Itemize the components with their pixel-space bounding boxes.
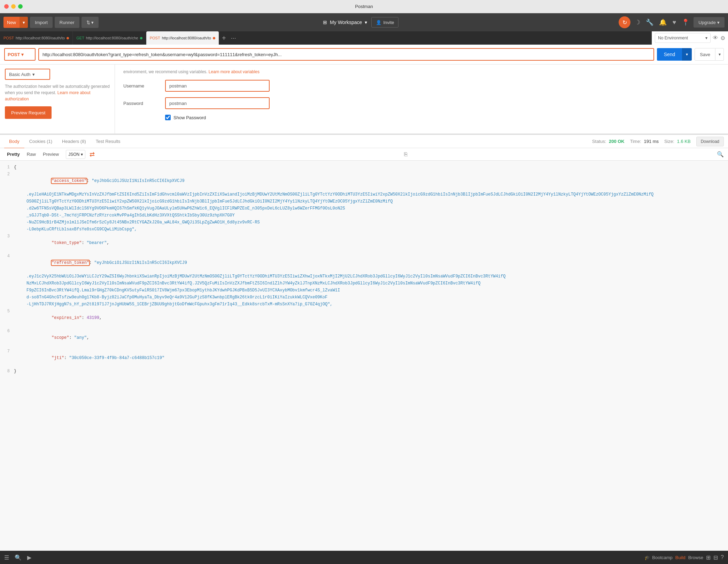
invite-button[interactable]: 👤 Invite: [371, 17, 398, 28]
save-dropdown-button[interactable]: ▾: [715, 48, 724, 61]
new-button[interactable]: New: [3, 17, 20, 28]
tab-dot-1: [67, 37, 69, 39]
preview-button[interactable]: Preview: [40, 150, 62, 158]
tab-get-1[interactable]: GET http://localhost:8080/oauth/che: [73, 31, 146, 45]
tab-dot-3: [213, 37, 215, 39]
layout-button[interactable]: ⊞: [706, 554, 711, 561]
tab-body[interactable]: Body: [4, 135, 24, 148]
tab-cookies[interactable]: Cookies (1): [24, 135, 57, 148]
pretty-button[interactable]: Pretty: [4, 150, 23, 158]
code-line-2f: -NuZC9HcB1rB4ZMjolml1JSeIfm6rSzCy8Jt45NB…: [0, 219, 728, 226]
chevron-down-icon: ▾: [32, 72, 35, 77]
auth-type-row: Basic Auth ▾: [5, 69, 110, 80]
code-line-4: 4 "refresh_token": "eyJhbGciOiJSUzI1NiIs…: [0, 253, 728, 273]
eye-button[interactable]: 👁: [713, 35, 718, 41]
password-label: Password: [123, 101, 165, 106]
moon-icon[interactable]: ☽: [633, 17, 642, 28]
upper-panel: Basic Auth ▾ The authorization header wi…: [0, 64, 728, 134]
url-input[interactable]: [38, 48, 654, 61]
heart-icon[interactable]: ♥: [671, 17, 677, 28]
code-content: 1 { 2 "access_token": "eyJhbGciOiJSUzI1N…: [0, 161, 728, 379]
format-bar: Pretty Raw Preview JSON ▾ ⇄ ⎘ 🔍: [0, 148, 728, 161]
copy-button[interactable]: ⎘: [404, 151, 408, 158]
json-format-select[interactable]: JSON ▾: [66, 150, 85, 159]
code-line-5: 5 "expires_in": 43199,: [0, 308, 728, 328]
sidebar-toggle-button[interactable]: ☰: [4, 554, 9, 561]
toolbar: New ▾ Import Runner ⇅ ▾ ⊞ My Workspace ▾…: [0, 13, 728, 31]
scope-value: "any": [74, 335, 87, 340]
code-line-2c: OS00ZjliLTg0YTctYzY0ODhiMTU3YzE5IiwiY2xp…: [0, 198, 728, 205]
tab-menu-button[interactable]: ···: [229, 31, 238, 45]
panel-button[interactable]: ⊟: [713, 554, 718, 561]
environment-select[interactable]: No Environment ▾: [655, 33, 711, 43]
upgrade-button[interactable]: Upgrade ▾: [694, 17, 725, 28]
tab-post-1[interactable]: POST http://localhost:8080/oauth/to: [0, 31, 73, 45]
access-token-value: "eyJhbGciOiJSUzI1NiIsInR5cCI6IkpXVCJ9: [92, 178, 184, 183]
close-button[interactable]: [4, 4, 9, 9]
browse-button[interactable]: Browse: [688, 555, 703, 560]
help-button[interactable]: ?: [721, 554, 724, 561]
tab-url-2: http://localhost:8080/oauth/che: [86, 36, 138, 40]
bootcamp-icon: 🎓: [644, 555, 650, 560]
tab-test-results[interactable]: Test Results: [91, 135, 125, 148]
show-password-label: Show Password: [173, 115, 206, 120]
sync-circle-button[interactable]: ↻: [619, 16, 630, 28]
password-input[interactable]: [165, 97, 270, 109]
tab-url-1: http://localhost:8080/oauth/to: [16, 36, 65, 40]
new-dropdown-arrow[interactable]: ▾: [20, 17, 28, 28]
raw-button[interactable]: Raw: [24, 150, 39, 158]
send-button[interactable]: Send: [657, 48, 682, 61]
save-button[interactable]: Save: [695, 48, 715, 61]
send-dropdown-button[interactable]: ▾: [682, 48, 692, 61]
code-line-8: 8 }: [0, 368, 728, 375]
jti-value: "30c050ce-33f9-4f9b-84a7-c6488b157c19": [69, 356, 164, 360]
chevron-down-icon: ▾: [365, 20, 367, 25]
code-line-2d: .d2w6TFNSsVQBap3LWlIdclS6Yg9VO6PkmHQI67h…: [0, 205, 728, 212]
username-input[interactable]: [165, 80, 270, 92]
user-plus-icon: 👤: [376, 20, 381, 25]
code-line-4e: d-so8TnG4GhcGTsfzw9euh0g17Kb8-Byjz82iJaC…: [0, 294, 728, 301]
build-button[interactable]: Build: [675, 555, 686, 560]
bottom-bar: ☰ 🔍 ▶ 🎓 Bootcamp Build Browse ⊞ ⊟ ?: [0, 551, 728, 564]
bell-icon[interactable]: 🔔: [658, 17, 668, 28]
code-line-4c: NzMxLCJhdXRob3JpdGllcyI6WyJ1c2VyIl0sImNs…: [0, 280, 728, 287]
import-button[interactable]: Import: [30, 17, 53, 28]
code-line-4b: .eyJ1c2VyX25hbWUiOiJ3eWYiLCJzY29wZSI6WyJ…: [0, 273, 728, 280]
grid-icon: ⊞: [323, 20, 327, 25]
app-title: Postman: [355, 4, 373, 9]
preview-request-button[interactable]: Preview Request: [5, 106, 52, 119]
download-button[interactable]: Download: [696, 137, 724, 146]
app-container: Postman New ▾ Import Runner ⇅ ▾ ⊞ My Wor…: [0, 0, 728, 564]
show-password-row: Show Password: [123, 115, 720, 120]
wrap-lines-button[interactable]: ⇄: [90, 151, 95, 158]
sync-button[interactable]: ⇅ ▾: [82, 17, 99, 28]
add-tab-button[interactable]: +: [219, 31, 229, 45]
jti-key: "jti": [52, 356, 64, 360]
minimize-button[interactable]: [11, 4, 16, 9]
show-password-checkbox[interactable]: [165, 115, 171, 120]
auth-type-select[interactable]: Basic Auth ▾: [5, 69, 50, 80]
username-label: Username: [123, 83, 165, 89]
runner-button[interactable]: Runner: [55, 17, 79, 28]
traffic-lights: [4, 4, 23, 9]
tab-headers[interactable]: Headers (8): [57, 135, 91, 148]
token-type-key: "token_type": [52, 241, 82, 245]
response-status: Status: 200 OK Time: 191 ms Size: 1.6 KB…: [592, 137, 724, 146]
code-line-4d: F9pZCI6InBvc3RtYW4ifQ.Lmal9rGHgZ70kCDngK…: [0, 287, 728, 294]
time-info: Time: 191 ms: [630, 139, 659, 144]
workspace-button[interactable]: ⊞ My Workspace ▾: [319, 17, 371, 27]
env-learn-link[interactable]: Learn more about variables: [209, 69, 260, 74]
tab-method-2: GET: [76, 36, 84, 40]
location-icon[interactable]: 📍: [680, 17, 691, 28]
new-button-group: New ▾: [3, 17, 28, 28]
fullscreen-button[interactable]: [18, 4, 23, 9]
wrench-icon[interactable]: 🔧: [644, 17, 655, 28]
chevron-down-icon: ▾: [705, 36, 707, 40]
tab-post-2-active[interactable]: POST http://localhost:8080/oauth/to: [146, 31, 219, 45]
search-bottom-button[interactable]: 🔍: [15, 554, 22, 561]
search-in-response-button[interactable]: 🔍: [717, 151, 724, 158]
method-select[interactable]: POST ▾: [4, 48, 36, 61]
settings-button[interactable]: ⚙: [720, 35, 725, 41]
console-button[interactable]: ▶: [27, 554, 31, 561]
bootcamp-button[interactable]: 🎓 Bootcamp: [644, 555, 673, 560]
